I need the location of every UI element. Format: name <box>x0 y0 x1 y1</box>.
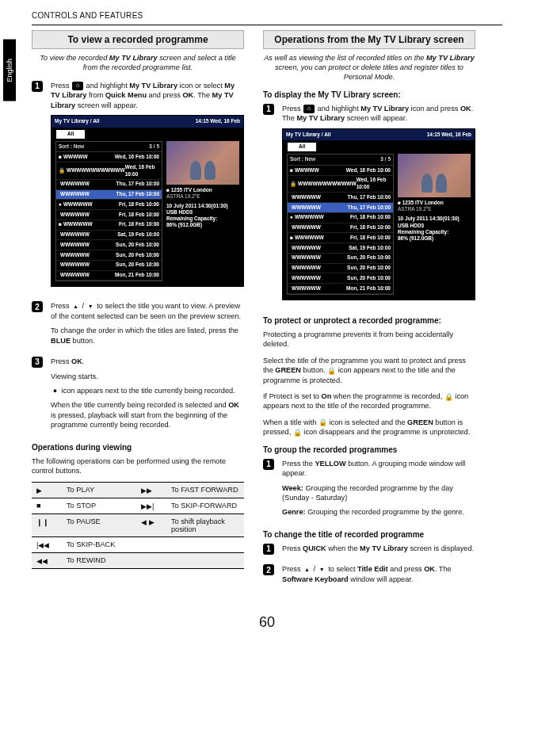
t: Grouping the recorded programme by the d… <box>282 484 453 502</box>
row-title: WWWWWW <box>60 191 90 198</box>
tab-all: All <box>288 143 316 151</box>
label: To PAUSE <box>62 514 136 537</box>
list-item: WWWWWW Thu, 17 Feb 10:00 <box>288 203 393 213</box>
row-time: Fri, 18 Feb 10:00 <box>350 214 391 221</box>
t: and highlight <box>315 105 360 113</box>
content-columns: To view a recorded programme To view the… <box>32 30 502 595</box>
row-time: Sun, 20 Feb 10:00 <box>116 252 159 259</box>
t: OK <box>424 565 435 573</box>
list-item: WWWWWW Sat, 19 Feb 10:00 <box>56 231 162 241</box>
row-glyph-icon: 🔒 <box>59 167 65 174</box>
t: and highlight <box>84 82 129 90</box>
row-time: Wed, 16 Feb 10:00 <box>346 167 391 174</box>
t: GREEN <box>407 418 433 426</box>
protect-p3: If Protect is set to On when the program… <box>263 391 475 411</box>
record-dot-icon <box>51 387 59 395</box>
t: On <box>322 392 332 400</box>
step-text: Press and highlight My TV Library icon a… <box>282 104 475 124</box>
row-time: Sun, 20 Feb 10:00 <box>347 265 391 272</box>
t: Press <box>282 544 303 552</box>
empty <box>136 553 166 569</box>
list-item: ■WWWWW Wed, 16 Feb 10:00 <box>288 166 393 176</box>
row-title: WWWWW <box>295 167 319 174</box>
language-tab: English <box>3 40 16 101</box>
left-section-title: To view a recorded programme <box>32 30 244 49</box>
down-arrow-icon <box>86 302 95 311</box>
list-item: WWWWWW Thu, 17 Feb 10:00 <box>56 180 162 190</box>
label: To shift playback position <box>166 514 244 537</box>
table-row: ❙❙ To PAUSE ◀ ▶ To shift playback positi… <box>32 514 244 537</box>
up-arrow-icon <box>71 302 80 311</box>
tab-all: All <box>56 130 85 139</box>
row-time: Sun, 20 Feb 10:00 <box>347 254 391 262</box>
sort-bar: Sort : New 3 / 5 <box>56 142 162 153</box>
t: icon and press <box>409 105 460 113</box>
t: Press <box>51 357 71 365</box>
protect-p1: Protecting a programme prevents it from … <box>263 330 475 349</box>
head-left: My TV Library / All <box>55 118 99 125</box>
down-arrow-icon <box>318 565 326 574</box>
step-text: Press / to select the title you want to … <box>51 301 244 321</box>
right-column: Operations from the My TV Library screen… <box>263 30 475 595</box>
t: from <box>86 91 105 99</box>
home-icon <box>72 82 83 90</box>
row-title: WWWWWW <box>60 262 90 269</box>
sat-label: ASTRA 19.2°E <box>398 206 471 212</box>
list-item: 🔒WWWWWWWWWWWW Wed, 16 Feb 10:00 <box>288 176 393 193</box>
row-title: WWWWWW <box>292 285 321 292</box>
t: If Protect is set to <box>263 392 322 400</box>
rewind-icon: ◀◀ <box>32 553 62 569</box>
t: when the programme is recorded, <box>331 392 444 400</box>
row-time: Thu, 17 Feb 10:00 <box>116 191 159 198</box>
row-time: Wed, 16 Feb 10:00 <box>115 154 159 161</box>
stop-icon: ■ <box>32 498 62 514</box>
row-glyph-icon: ● <box>290 214 293 221</box>
row-time: Wed, 16 Feb 10:00 <box>357 177 391 191</box>
t: OK <box>228 401 239 409</box>
skip-back-icon: |◀◀ <box>32 537 62 553</box>
t: Genre: <box>282 508 306 516</box>
protect-p4: When a title with icon is selected and t… <box>263 418 475 437</box>
row-time: Sat, 19 Feb 10:00 <box>117 231 159 239</box>
list-item: WWWWWW Sun, 20 Feb 10:00 <box>56 250 162 261</box>
t: icon is selected and the <box>327 418 407 426</box>
left-step-3: 3 Press OK. Viewing starts. icon appears… <box>32 357 244 435</box>
row-glyph-icon: ■ <box>59 221 62 228</box>
step-text: Press and highlight My TV Library icon o… <box>51 81 244 110</box>
t: BLUE <box>51 337 71 345</box>
row-time: Sat, 19 Feb 10:00 <box>349 245 391 252</box>
shift-icon: ◀ ▶ <box>136 514 166 537</box>
date-label: 10 July 2011 14:30(01:30) <box>166 203 239 209</box>
running-head: CONTROLS AND FEATURES <box>32 11 502 20</box>
t: screen, you can protect or delete titles… <box>275 63 463 81</box>
tv-library-screenshot: My TV Library / All 14:15 Wed, 16 Feb Al… <box>282 128 475 300</box>
row-title: WWWWWW <box>292 204 321 212</box>
sat-label: ASTRA 19.2°E <box>166 193 239 200</box>
t: icon disappears and the programme is unp… <box>302 428 470 436</box>
t: Title Edit <box>357 565 388 573</box>
preview-thumbnail <box>166 141 239 185</box>
play-icon: ▶ <box>32 483 62 498</box>
t: Grouping the recorded programme by the g… <box>306 508 464 516</box>
t: . <box>82 357 85 365</box>
t: icon or select <box>177 82 224 90</box>
t: Press <box>282 105 303 113</box>
empty <box>136 537 166 553</box>
list-item: WWWWWW Sun, 20 Feb 10:00 <box>288 273 393 284</box>
left-step-2: 2 Press / to select the title you want t… <box>32 301 244 350</box>
row-title: WWWWWW <box>60 181 90 188</box>
remain-label: Remaining Capacity: <box>398 229 471 235</box>
lock-icon <box>444 392 453 401</box>
list-item: WWWWWW Sun, 20 Feb 10:00 <box>288 254 393 264</box>
t: . The <box>193 91 212 99</box>
list-item: ●WWWWWW Fri, 18 Feb 10:00 <box>56 200 162 210</box>
row-time: Sun, 20 Feb 10:00 <box>116 262 159 269</box>
row-glyph-icon: ■ <box>59 154 62 161</box>
step-text: Week: Grouping the recorded programme by… <box>282 483 475 503</box>
row-title: WWWWWW <box>292 224 321 231</box>
t: button. <box>71 337 95 345</box>
label: To REWIND <box>62 553 136 569</box>
usb-label: USB HDD3 <box>398 223 471 229</box>
row-glyph-icon: ■ <box>290 235 293 242</box>
table-row: |◀◀ To SKIP-BACK <box>32 537 244 553</box>
